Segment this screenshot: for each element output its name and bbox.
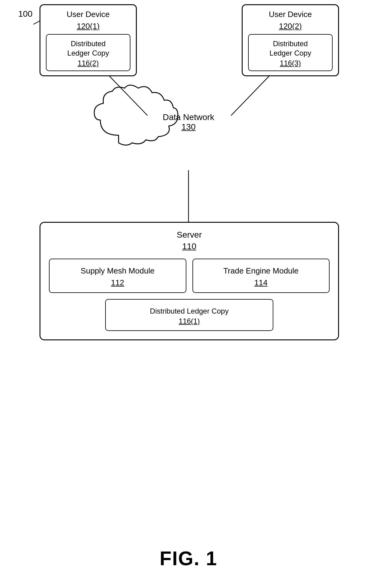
user-device-2: User Device 120(2) DistributedLedger Cop… xyxy=(242,4,339,76)
server-ledger-title: Distributed Ledger Copy xyxy=(109,306,270,316)
ledger-2-title: DistributedLedger Copy xyxy=(252,39,329,58)
network-title: Data Network xyxy=(163,112,214,122)
server-ledger-id: 116(1) xyxy=(109,317,270,325)
server-id: 110 xyxy=(49,242,330,251)
ledger-1-id: 116(2) xyxy=(50,59,127,67)
user-device-1: User Device 120(1) DistributedLedger Cop… xyxy=(40,4,137,76)
user-device-1-title: User Device xyxy=(46,9,130,20)
ledger-1-title: DistributedLedger Copy xyxy=(50,39,127,58)
diagram: 100 User Device 120(1) DistributedLedger… xyxy=(0,0,377,588)
network-id: 130 xyxy=(182,122,196,132)
ledger-box-2: DistributedLedger Copy 116(3) xyxy=(248,34,333,71)
server-ledger-box: Distributed Ledger Copy 116(1) xyxy=(105,299,274,331)
module-supply-mesh: Supply Mesh Module 112 xyxy=(49,259,186,293)
user-device-1-id: 120(1) xyxy=(46,22,130,31)
server-box: Server 110 Supply Mesh Module 112 Trade … xyxy=(40,222,339,340)
ledger-2-id: 116(3) xyxy=(252,59,329,67)
modules-row: Supply Mesh Module 112 Trade Engine Modu… xyxy=(49,259,330,293)
module-trade-engine: Trade Engine Module 114 xyxy=(192,259,330,293)
ledger-box-1: DistributedLedger Copy 116(2) xyxy=(46,34,130,71)
user-device-2-id: 120(2) xyxy=(248,22,333,31)
server-title: Server xyxy=(49,230,330,240)
network-label: Data Network 130 xyxy=(163,112,214,132)
cloud-container: Data Network 130 xyxy=(91,88,286,173)
module-supply-title: Supply Mesh Module xyxy=(53,266,183,276)
user-device-2-title: User Device xyxy=(248,9,333,20)
module-trade-id: 114 xyxy=(196,278,326,287)
ref-number: 100 xyxy=(18,9,33,19)
module-supply-id: 112 xyxy=(53,278,183,287)
module-trade-title: Trade Engine Module xyxy=(196,266,326,276)
figure-label: FIG. 1 xyxy=(160,547,217,570)
